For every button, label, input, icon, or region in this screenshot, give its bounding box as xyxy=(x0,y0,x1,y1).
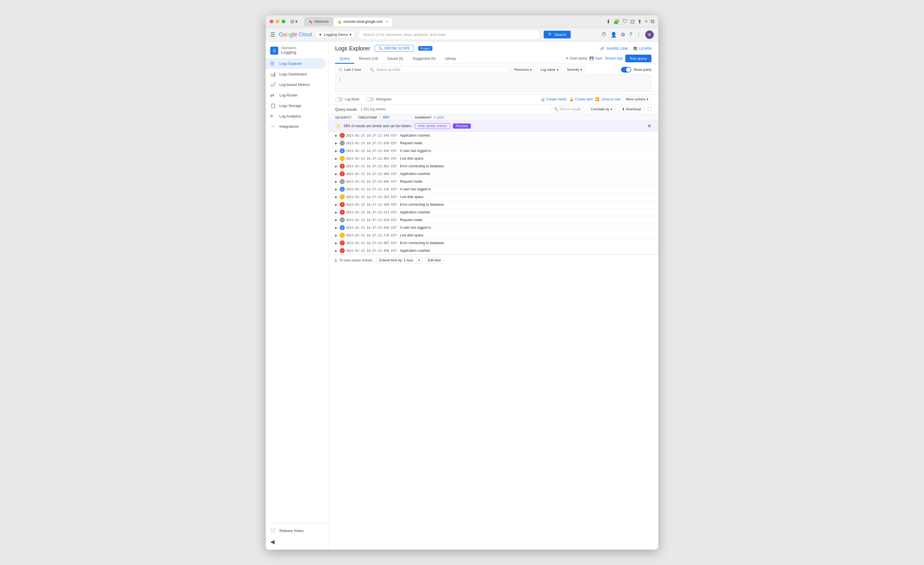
history-icon[interactable]: ⏱ xyxy=(602,31,606,37)
table-row[interactable]: ▶ ! 2023-01-23 16:37:23.770 EST Low disk… xyxy=(328,232,658,239)
table-row[interactable]: ▶ ! 2023-01-23 16:37:22.802 EST Low disk… xyxy=(328,155,658,162)
table-row[interactable]: ▶ ! 2023-01-23 16:37:23.990 EST Applicat… xyxy=(328,247,658,255)
maximize-button[interactable] xyxy=(282,19,285,23)
extensions-icon[interactable]: 🧩 xyxy=(614,18,620,25)
table-row[interactable]: ▶ ! 2023-01-23 16:37:23.511 EST Applicat… xyxy=(328,208,658,216)
close-button[interactable] xyxy=(270,19,273,23)
log-fields-toggle[interactable]: Log fields xyxy=(335,97,359,102)
row-expand-icon[interactable]: ▶ xyxy=(335,226,338,229)
row-expand-icon[interactable]: ▶ xyxy=(335,241,338,245)
row-expand-icon[interactable]: ▶ xyxy=(335,203,338,206)
fullscreen-button[interactable]: ⛶ xyxy=(648,107,651,111)
sidebar-item-logs-storage[interactable]: 📋 Logs Storage xyxy=(266,100,326,111)
show-query-switch[interactable] xyxy=(621,67,631,72)
row-expand-icon[interactable]: ▶ xyxy=(335,149,338,153)
sidebar-item-integrations[interactable]: → Integrations xyxy=(266,121,326,132)
help-icon[interactable]: ? xyxy=(629,31,632,37)
extend-main-button[interactable]: Extend time by: 1 hour xyxy=(376,258,417,263)
refine-scope-button[interactable]: 🔍 REFINE SCOPE xyxy=(375,45,413,52)
tab-query[interactable]: Query xyxy=(335,54,354,64)
tab-close-icon[interactable]: ✕ xyxy=(386,20,388,24)
sort-icon[interactable]: ↑ xyxy=(379,116,381,119)
timestamp-column-header[interactable]: TIMESTAMP ↑ EST xyxy=(358,115,415,119)
chrome-search-button[interactable]: 🔍 Search xyxy=(544,31,571,38)
search-all-fields-input[interactable]: 🔍 Search all fields xyxy=(367,66,509,73)
project-selector[interactable]: ✦ Logging Demo ▾ xyxy=(315,31,355,38)
edit-time-button[interactable]: Edit time xyxy=(425,257,444,264)
sidebar-item-logs-explorer[interactable]: ☰ Logs Explorer xyxy=(266,58,326,69)
tab-saved[interactable]: Saved (0) xyxy=(382,54,408,64)
row-expand-icon[interactable]: ▶ xyxy=(335,234,338,237)
row-expand-icon[interactable]: ▶ xyxy=(335,180,338,183)
table-row[interactable]: ▶ ! 2023-01-23 16:37:23.390 EST Error co… xyxy=(328,201,658,208)
create-metric-button[interactable]: 📊 Create metric xyxy=(540,97,567,101)
profile-icon[interactable]: 👤 xyxy=(610,31,617,38)
more-icon[interactable]: ⋮ xyxy=(636,31,641,38)
table-row[interactable]: ▶ i 2023-01-23 16:37:23.696 EST A user h… xyxy=(328,224,658,232)
window-icon[interactable]: ⧉ xyxy=(651,18,654,24)
row-expand-icon[interactable]: ▶ xyxy=(335,211,338,214)
extend-dropdown-button[interactable]: ▾ xyxy=(417,258,422,263)
row-expand-icon[interactable]: ▶ xyxy=(335,219,338,222)
sidebar-item-log-metrics[interactable]: 📈 Log-based Metrics xyxy=(266,79,326,90)
row-expand-icon[interactable]: ▶ xyxy=(335,188,338,191)
sidebar-item-logs-dashboard[interactable]: 📊 Logs Dashboard xyxy=(266,69,326,79)
query-editor[interactable]: 1 xyxy=(335,75,651,92)
find-in-results-input[interactable]: 🔍 Find in results xyxy=(551,106,584,112)
histogram-toggle[interactable]: Histogram xyxy=(366,97,392,102)
tab-library[interactable]: Library xyxy=(440,54,460,64)
table-row[interactable]: ▶ · 2023-01-23 16:37:22.630 EST Request … xyxy=(328,139,658,147)
run-query-button[interactable]: Run query xyxy=(625,55,651,62)
table-row[interactable]: ▶ i 2023-01-23 16:37:23.145 EST A user h… xyxy=(328,186,658,193)
tab-recent[interactable]: Recent (14) xyxy=(354,54,382,64)
new-tab-icon[interactable]: + xyxy=(645,18,648,24)
table-row[interactable]: ▶ ! 2023-01-23 16:37:23.263 EST Low disk… xyxy=(328,193,658,201)
edit-summary-button[interactable]: ✏ EDIT xyxy=(434,115,444,119)
table-row[interactable]: ▶ ! 2023-01-23 16:37:22.966 EST Applicat… xyxy=(328,170,658,178)
bookmark-icon[interactable]: ⊡ xyxy=(630,18,634,25)
sidebar-toggle-icon[interactable]: ⊟ ▾ xyxy=(291,19,298,24)
clear-query-button[interactable]: ✕ Clear query xyxy=(566,56,587,60)
share-link-button[interactable]: 🔗 SHARE LINK xyxy=(600,46,628,51)
save-button[interactable]: 💾 Save xyxy=(590,56,603,60)
shield-icon[interactable]: 🛡 xyxy=(622,18,628,24)
table-row[interactable]: ▶ i 2023-01-23 16:37:22.695 EST A user h… xyxy=(328,147,658,155)
log-fields-switch[interactable] xyxy=(335,97,343,102)
settings-icon[interactable]: ⚙ xyxy=(621,31,625,38)
table-row[interactable]: ▶ · 2023-01-23 16:37:23.095 EST Request … xyxy=(328,178,658,186)
row-expand-icon[interactable]: ▶ xyxy=(335,165,338,168)
table-row[interactable]: ▶ ! 2023-01-23 16:37:22.853 EST Error co… xyxy=(328,162,658,170)
show-query-toggle[interactable]: Show query xyxy=(621,67,651,72)
preview-button[interactable]: Preview xyxy=(453,123,471,129)
sidebar-item-log-analytics[interactable]: ≡ Log Analytics xyxy=(266,111,326,121)
row-expand-icon[interactable]: ▶ xyxy=(335,157,338,160)
jump-to-now-button[interactable]: ⏩ Jump to now xyxy=(595,97,621,101)
resource-filter-button[interactable]: Resource ▾ xyxy=(511,66,535,73)
timezone-badge[interactable]: EST xyxy=(382,115,391,119)
histogram-switch[interactable] xyxy=(366,97,374,102)
correlate-by-button[interactable]: Correlate by ▾ xyxy=(588,106,615,112)
browser-tab-welcome[interactable]: 🔖 Welcome xyxy=(304,17,333,26)
stream-logs-button[interactable]: Stream logs xyxy=(605,56,623,60)
time-range-button[interactable]: 🕐 Last 1 hour xyxy=(335,66,364,73)
share-icon[interactable]: ⬆ xyxy=(638,18,642,25)
table-row[interactable]: ▶ ! 2023-01-23 16:37:22.543 EST Applicat… xyxy=(328,132,658,139)
table-row[interactable]: ▶ ! 2023-01-23 16:37:23.907 EST Error co… xyxy=(328,239,658,247)
learn-button[interactable]: 📚 LEARN xyxy=(633,46,651,51)
minimize-button[interactable] xyxy=(276,19,279,23)
chrome-search-bar[interactable]: Search (/) for resources, docs, products… xyxy=(358,30,540,40)
sidebar-collapse-button[interactable]: ◀ xyxy=(266,536,328,547)
severity-filter-button[interactable]: Severity ▾ xyxy=(564,66,585,73)
sidebar-item-log-router[interactable]: ⇄ Log Router xyxy=(266,90,326,100)
close-banner-button[interactable]: ✕ xyxy=(647,123,651,129)
user-avatar[interactable]: A xyxy=(645,30,654,39)
row-expand-icon[interactable]: ▶ xyxy=(335,249,338,252)
download-button[interactable]: ⬇ Download xyxy=(619,106,644,112)
row-expand-icon[interactable]: ▶ xyxy=(335,172,338,175)
row-expand-icon[interactable]: ▶ xyxy=(335,195,338,199)
create-alert-button[interactable]: 🔔 Create alert xyxy=(569,97,593,101)
hide-similar-button[interactable]: Hide similar entries xyxy=(415,123,450,129)
log-name-filter-button[interactable]: Log name ▾ xyxy=(537,66,561,73)
table-row[interactable]: ▶ · 2023-01-23 16:37:23.629 EST Request … xyxy=(328,216,658,224)
tab-suggested[interactable]: Suggested (0) xyxy=(408,54,440,64)
